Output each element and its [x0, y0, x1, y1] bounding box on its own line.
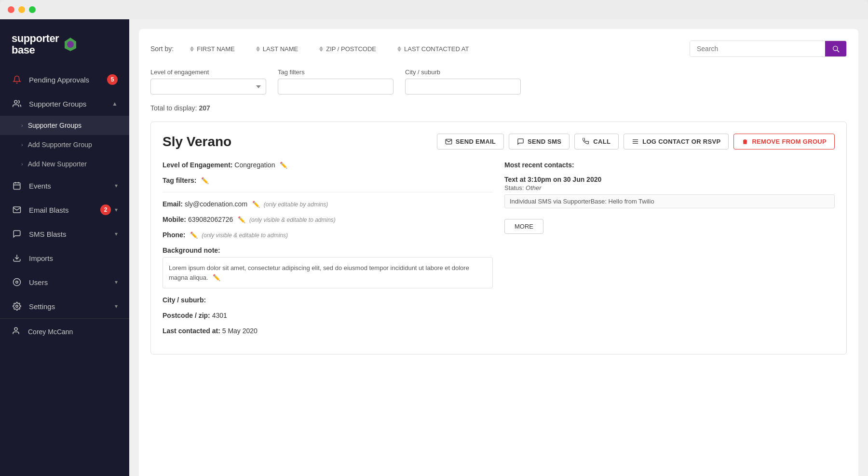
- sort-last-name-button[interactable]: LAST NAME: [251, 42, 303, 55]
- total-display: Total to display: 207: [150, 104, 847, 112]
- sub-label-add-new-supporter: Add New Supporter: [28, 160, 87, 168]
- sort-first-name-button[interactable]: FIRST NAME: [185, 42, 240, 55]
- events-chevron-icon: ▾: [115, 182, 118, 189]
- svg-point-11: [14, 328, 17, 331]
- sort-last-contacted-button[interactable]: LAST CONTACTED AT: [393, 42, 474, 55]
- sub-chevron-icon: ›: [21, 122, 23, 128]
- nav-item-imports[interactable]: Imports: [0, 246, 129, 270]
- log-contact-button[interactable]: LOG CONTACT OR RSVP: [624, 134, 729, 150]
- nav-label-email-blasts: Email Blasts: [29, 206, 100, 214]
- sub-chevron-icon-3: ›: [21, 161, 23, 167]
- calendar-icon: [12, 180, 22, 191]
- tag-filters-label: Tag filters:: [163, 177, 197, 184]
- background-note-edit-icon[interactable]: ✏️: [213, 274, 220, 281]
- content-panel: Sort by: FIRST NAME LAST NAME: [139, 29, 858, 476]
- users-chevron-icon: ▾: [115, 279, 118, 286]
- nav-item-pending-approvals[interactable]: Pending Approvals 5: [0, 68, 129, 92]
- nav-item-users[interactable]: Users ▾: [0, 270, 129, 294]
- phone-edit-icon[interactable]: ✏️: [190, 231, 198, 239]
- email-field: Email: sly@codenation.com ✏️ (only edita…: [163, 200, 493, 208]
- postcode-value: 4301: [212, 312, 227, 319]
- mobile-field: Mobile: 639082062726 ✏️ (only visible & …: [163, 216, 493, 223]
- send-email-button[interactable]: SEND EMAIL: [437, 134, 504, 150]
- email-edit-icon[interactable]: ✏️: [252, 201, 260, 208]
- gear-icon: [12, 301, 22, 312]
- last-contacted-field: Last contacted at: 5 May 2020: [163, 327, 493, 335]
- nav-item-supporter-groups[interactable]: Supporter Groups ▲: [0, 92, 129, 116]
- svg-point-9: [16, 281, 18, 284]
- city-field: City / suburb:: [163, 296, 493, 304]
- sort-arrows-zip: [319, 46, 323, 52]
- sidebar-item-add-supporter-group[interactable]: › Add Supporter Group: [0, 135, 129, 154]
- email-value: sly@codenation.com: [185, 200, 247, 208]
- more-button[interactable]: MORE: [504, 219, 543, 234]
- background-note-box: Lorem ipsum dolor sit amet, consectetur …: [163, 257, 493, 288]
- postcode-label: Postcode / zip:: [163, 312, 210, 319]
- postcode-field: Postcode / zip: 4301: [163, 312, 493, 319]
- sms-action-icon: [517, 138, 524, 145]
- maximize-dot[interactable]: [29, 6, 36, 13]
- engagement-label: Level of engagement: [150, 68, 266, 76]
- minimize-dot[interactable]: [18, 6, 25, 13]
- send-sms-button[interactable]: SEND SMS: [509, 134, 570, 150]
- nav-label-imports: Imports: [29, 254, 118, 262]
- logo-icon: [63, 37, 78, 52]
- sort-zip-label: ZIP / POSTCODE: [326, 45, 376, 53]
- tag-filter-group: Tag filters: [278, 68, 393, 95]
- users-icon: [12, 98, 22, 109]
- engagement-select[interactable]: [150, 79, 266, 95]
- close-dot[interactable]: [8, 6, 14, 13]
- trash-icon: [742, 138, 748, 145]
- nav-item-settings[interactable]: Settings ▾: [0, 294, 129, 318]
- search-button[interactable]: [825, 41, 846, 56]
- city-filter-input[interactable]: [405, 79, 521, 95]
- user-icon: [12, 326, 22, 337]
- sort-arrows-first-name: [190, 46, 194, 52]
- nav-label-events: Events: [29, 182, 115, 190]
- card-left: Level of Engagement: Congregation ✏️ Tag…: [163, 161, 493, 342]
- globe-icon: [12, 277, 22, 287]
- search-input[interactable]: [690, 41, 825, 56]
- email-icon: [12, 204, 22, 215]
- phone-field: Phone: ✏️ (only visible & editable to ad…: [163, 231, 493, 239]
- sort-last-contacted-label: LAST CONTACTED AT: [404, 45, 469, 53]
- contact-status-label: Status:: [504, 184, 524, 191]
- tag-edit-icon[interactable]: ✏️: [201, 177, 209, 184]
- phone-label: Phone:: [163, 231, 185, 239]
- nav-label-pending-approvals: Pending Approvals: [29, 76, 107, 84]
- sort-bar: Sort by: FIRST NAME LAST NAME: [150, 41, 847, 57]
- sidebar-item-supporter-groups-sub[interactable]: › Supporter Groups: [0, 116, 129, 135]
- tag-filter-input[interactable]: [278, 79, 393, 95]
- total-prefix: Total to display:: [150, 104, 197, 112]
- remove-from-group-button[interactable]: REMOVE FROM GROUP: [733, 134, 835, 150]
- sort-zip-button[interactable]: ZIP / POSTCODE: [314, 42, 381, 55]
- email-label: Email:: [163, 200, 183, 208]
- contact-item: Text at 3:10pm on 30 Jun 2020 Status: Ot…: [504, 176, 835, 208]
- city-filter-group: City / suburb: [405, 68, 521, 95]
- sidebar-item-add-new-supporter[interactable]: › Add New Supporter: [0, 154, 129, 174]
- city-field-label: City / suburb:: [163, 296, 206, 304]
- contact-title: Text at 3:10pm on 30 Jun 2020: [504, 176, 835, 183]
- engagement-edit-icon[interactable]: ✏️: [280, 162, 287, 169]
- sort-arrows-last-name: [256, 46, 260, 52]
- card-right: Most recent contacts: Text at 3:10pm on …: [504, 161, 835, 342]
- logo: supporter base: [0, 19, 129, 68]
- divider-1: [163, 192, 493, 192]
- logo-line1: supporter: [12, 33, 59, 44]
- nav-item-events[interactable]: Events ▾: [0, 174, 129, 198]
- settings-chevron-icon: ▾: [115, 303, 118, 310]
- city-label: City / suburb: [405, 68, 521, 76]
- sort-last-name-label: LAST NAME: [263, 45, 298, 53]
- mobile-edit-icon[interactable]: ✏️: [238, 216, 245, 223]
- card-body: Level of Engagement: Congregation ✏️ Tag…: [163, 161, 835, 342]
- contact-description: Individual SMS via SupporterBase: Hello …: [504, 194, 835, 208]
- email-admin-note: (only editable by admins): [264, 201, 328, 208]
- call-button[interactable]: CALL: [574, 134, 619, 150]
- logo-line2: base: [12, 44, 59, 56]
- nav-item-email-blasts[interactable]: Email Blasts 2 ▾: [0, 198, 129, 222]
- log-contact-icon: [632, 138, 639, 145]
- svg-line-13: [837, 50, 839, 52]
- engagement-filter-group: Level of engagement: [150, 68, 266, 95]
- filters-row: Level of engagement Tag filters City / s…: [150, 68, 847, 95]
- nav-item-sms-blasts[interactable]: SMS Blasts ▾: [0, 222, 129, 246]
